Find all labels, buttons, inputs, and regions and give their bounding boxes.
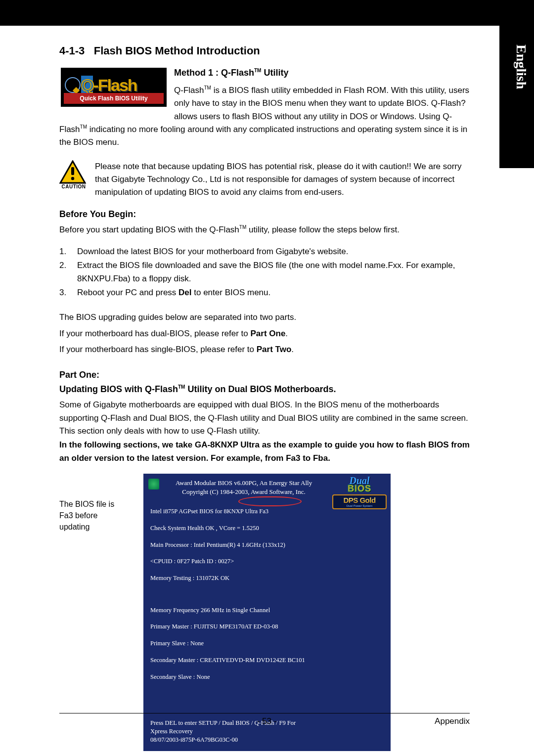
guides-l1: The BIOS upgrading guides below are sepa… [59, 311, 470, 324]
footer-left-spacer [59, 716, 99, 726]
g3a: If your motherboard has single-BIOS, ple… [59, 345, 257, 354]
part-one-p1: Some of Gigabyte motherboards are equipp… [59, 399, 470, 438]
bb5: Secondary Slave : None [150, 673, 384, 681]
screenshot-row: The BIOS file is Fa3 before updating Dua… [59, 474, 470, 751]
clock-arrow-icon [65, 77, 81, 93]
part-one-label: Part One: [59, 370, 470, 380]
p1bold: In the following sections, we take GA-8K… [59, 440, 470, 462]
bb1: Memory Frequency 266 MHz in Single Chann… [150, 606, 384, 615]
tm-mark: TM [254, 68, 261, 73]
section-title: Flash BIOS Method Introduction [94, 44, 260, 57]
section-heading: 4-1-3 Flash BIOS Method Introduction [59, 44, 470, 57]
bios-header: Award Modular BIOS v6.00PG, An Energy St… [163, 479, 324, 496]
method1-block: Q-Flash Quick Flash BIOS Utility Method … [59, 66, 470, 152]
bh1: Award Modular BIOS v6.00PG, An Energy St… [163, 479, 324, 488]
guides-l2: If your motherboard has dual-BIOS, pleas… [59, 327, 470, 340]
step-item: Download the latest BIOS for your mother… [59, 245, 470, 258]
m1c: indicating no more fooling around with a… [59, 125, 467, 147]
tm-mark: TM [178, 384, 185, 390]
p1h-a: Updating BIOS with Q-Flash [59, 384, 178, 394]
page-footer: - 53 - Appendix [59, 713, 470, 726]
bb2: Primary Master : FUJITSU MPE3170AT ED-03… [150, 623, 384, 631]
dps-g: Gold [359, 496, 375, 504]
bl3: Main Processor : Intel Pentium(R) 4 1.6G… [150, 541, 384, 549]
qflash-logo: Q-Flash Quick Flash BIOS Utility [59, 66, 168, 108]
bf2: Xpress Recovery [150, 727, 384, 736]
page-number: - 53 - [99, 716, 435, 726]
bi-a: Before you start updating BIOS with the … [59, 225, 239, 234]
g2b: Part One [250, 329, 285, 338]
bl2: Check System Health OK , VCore = 1.5250 [150, 524, 384, 533]
step-item: Extract the BIOS file downloaded and sav… [59, 259, 470, 285]
g2a: If your motherboard has dual-BIOS, pleas… [59, 329, 250, 338]
g3b: Part Two [257, 345, 292, 354]
caution-block: CAUTION Please note that because updatin… [59, 160, 470, 199]
method1-heading-pre: Method 1 : Q-Flash [174, 68, 254, 78]
tm-mark: TM [239, 224, 246, 230]
main-content: 4-1-3 Flash BIOS Method Introduction Q-F… [59, 44, 470, 751]
language-tab: English [513, 44, 529, 89]
bios-block1: Intel i875P AGPset BIOS for 8KNXP Ultra … [150, 499, 384, 591]
before-intro: Before you start updating BIOS with the … [59, 223, 470, 236]
guides-l3: If your motherboard has single-BIOS, ple… [59, 343, 470, 356]
p1h-b: Utility on Dual BIOS Motherboards. [185, 384, 336, 394]
bf3: 08/07/2003-i875P-6A79BG03C-00 [150, 736, 384, 744]
document-page: English 4-1-3 Flash BIOS Method Introduc… [0, 0, 534, 756]
dps-gold-badge: DPS Gold Dual Power System [332, 494, 387, 509]
dps-sub: Dual Power System [334, 504, 385, 507]
bi-b: utility, please follow the steps below f… [246, 225, 400, 234]
step-item: Reboot your PC and press Del to enter BI… [59, 286, 470, 299]
s3b: Del [178, 288, 191, 297]
s3c: to enter BIOS menu. [192, 288, 271, 297]
bh2: Copyright (C) 1984-2003, Award Software,… [163, 488, 324, 496]
steps-list: Download the latest BIOS for your mother… [59, 245, 470, 299]
bb3: Primary Slave : None [150, 639, 384, 648]
logo-band: Quick Flash BIOS Utility [64, 93, 164, 104]
caution-label: CAUTION [59, 184, 88, 189]
logo-flash: -Flash [93, 76, 136, 94]
g2c: . [285, 329, 288, 338]
m1a: Q-Flash [174, 86, 204, 95]
dual-bot: BIOS [332, 485, 387, 492]
method1-heading-post: Utility [261, 68, 288, 78]
svg-point-2 [71, 177, 74, 179]
bios-block2: Memory Frequency 266 MHz in Single Chann… [150, 598, 384, 690]
top-black-bar [0, 0, 534, 26]
epa-logo-icon [148, 479, 159, 489]
dps-t: DPS [343, 496, 357, 504]
guides-block: The BIOS upgrading guides below are sepa… [59, 311, 470, 356]
caution-text: Please note that because updating BIOS h… [95, 160, 470, 199]
footer-section: Appendix [435, 716, 470, 726]
s3a: Reboot your PC and press [77, 288, 178, 297]
svg-rect-1 [71, 167, 74, 175]
part-one-heading: Updating BIOS with Q-FlashTM Utility on … [59, 384, 470, 395]
logo-q: Q [81, 76, 93, 94]
caution-triangle-icon [59, 160, 86, 184]
bl5: Memory Testing : 131072K OK [150, 574, 384, 582]
part-one-bold: In the following sections, we take GA-8K… [59, 439, 470, 465]
dual-bios-badge: Dual BIOS [332, 477, 387, 492]
bios-badges: Dual BIOS DPS Gold Dual Power System [332, 477, 387, 509]
before-you-begin-heading: Before You Begin: [59, 209, 470, 220]
tm-mark: TM [204, 85, 211, 90]
bb4: Secondary Master : CREATIVEDVD-RM DVD124… [150, 656, 384, 665]
tm-mark: TM [80, 124, 87, 130]
g3c: . [291, 345, 294, 354]
section-number: 4-1-3 [59, 44, 85, 57]
screenshot-caption: The BIOS file is Fa3 before updating [59, 474, 129, 533]
caution-icon-wrap: CAUTION [59, 160, 88, 199]
bios-boot-screen: Dual BIOS DPS Gold Dual Power System Awa… [143, 474, 391, 751]
bl4: <CPUID : 0F27 Patch ID : 0027> [150, 557, 384, 566]
